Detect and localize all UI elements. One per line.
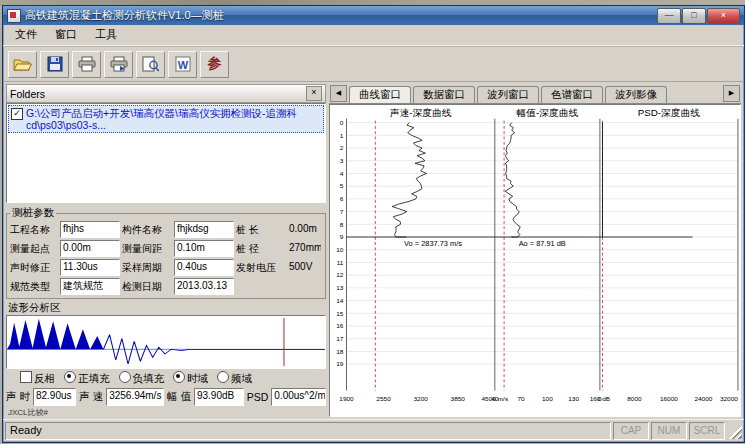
amplitude-field[interactable]: 93.90dB (194, 388, 244, 406)
sound-time-field[interactable]: 82.90us (33, 388, 76, 406)
invert-label: 反相 (34, 372, 55, 384)
test-date-field[interactable]: 2013.03.13 (174, 278, 234, 295)
waveform-tail (103, 335, 325, 364)
depth-tick-label: 16 (336, 322, 344, 329)
main-area: Folders × ✓ G:\公司产品启动+开发\瑞高仪器\瑞高仪实拥检测设-追… (3, 82, 744, 419)
parameter-button[interactable]: 参 (200, 51, 229, 78)
wave-section-title: 波形分析区 (6, 299, 326, 315)
print-button[interactable] (72, 51, 101, 78)
checkbox-icon[interactable] (20, 371, 32, 383)
sample-period-field[interactable]: 0.40us (174, 259, 234, 276)
export-word-button[interactable]: W (168, 51, 197, 78)
menu-tools[interactable]: 工具 (86, 25, 126, 45)
tabs-scroll-right-icon[interactable]: ▶ (723, 85, 740, 102)
depth-tick-label: 9 (340, 233, 344, 240)
tabbar: ◀ 曲线窗口 数据窗口 波列窗口 色谱窗口 波列影像 ▶ (329, 84, 741, 104)
save-button[interactable] (40, 51, 69, 78)
pile-diameter-value: 270mm (286, 240, 322, 257)
app-icon (7, 9, 21, 23)
status-scrl-indicator: SCRL (689, 422, 725, 440)
time-correction-field[interactable]: 11.30us (60, 259, 120, 276)
depth-tick-label: 7 (340, 208, 344, 215)
spec-type-field[interactable]: 建筑规范 (60, 278, 120, 295)
print-preview-button[interactable] (136, 51, 165, 78)
pile-params-group: 测桩参数 工程名称 fhjhs 构件名称 fhjkdsg 桩 长 0.00m 测… (6, 206, 326, 299)
freq-domain-radio[interactable]: 频域 (217, 371, 252, 386)
file-checkbox-checked-icon[interactable]: ✓ (11, 108, 23, 120)
depth-tick-label: 2 (340, 144, 344, 151)
waveform-panel[interactable] (6, 315, 326, 369)
preview-magnifier-icon (142, 56, 160, 72)
menubar: 文件 窗口 工具 (3, 25, 744, 46)
x-axis-tick: 1900 (339, 395, 354, 402)
param-label: 测量起点 (10, 242, 58, 256)
tab-data-window[interactable]: 数据窗口 (413, 86, 475, 103)
depth-curves-panel[interactable]: 声速-深度曲线幅值-深度曲线PSD-深度曲线012345678910111213… (329, 104, 741, 417)
chart-title: 声速-深度曲线 (390, 107, 452, 118)
file-list-item[interactable]: ✓ G:\公司产品启动+开发\瑞高仪器\瑞高仪实拥检测设-追溯科cd\ps03\… (8, 105, 324, 133)
measure-start-field[interactable]: 0.00m (60, 240, 120, 257)
x-axis-tick: 32000 (720, 395, 739, 402)
status-ready-text: Ready (5, 422, 611, 440)
positive-fill-radio[interactable]: 正填充 (64, 371, 110, 386)
amplitude-annotation: Ao = 87.91 dB (519, 239, 566, 248)
freq-domain-label: 频域 (231, 372, 252, 384)
depth-tick-label: 12 (336, 272, 344, 279)
time-domain-label: 时域 (187, 372, 208, 384)
param-label: 工程名称 (10, 223, 58, 237)
chart-title: 幅值-深度曲线 (516, 107, 578, 118)
folders-close-button[interactable]: × (306, 86, 322, 101)
footnote-text: JXCL比较# (6, 407, 326, 417)
tab-wave-window[interactable]: 波列窗口 (477, 86, 539, 103)
right-panel: ◀ 曲线窗口 数据窗口 波列窗口 色谱窗口 波列影像 ▶ 声速-深度曲线幅值-深… (329, 84, 741, 417)
depth-tick-label: 3 (340, 157, 344, 164)
invert-checkbox[interactable]: 反相 (20, 371, 55, 386)
minimize-button[interactable]: — (657, 8, 681, 24)
project-name-field[interactable]: fhjhs (60, 221, 120, 238)
sound-speed-field[interactable]: 3256.94m/s (106, 388, 164, 406)
radio-off-icon[interactable] (217, 371, 229, 383)
param-label: 声时修正 (10, 261, 58, 275)
sound-time-label: 声 时 (6, 390, 30, 404)
positive-fill-label: 正填充 (78, 372, 110, 384)
amplitude-depth-curve (505, 123, 520, 237)
radio-on-icon[interactable] (64, 371, 76, 383)
tab-curve-window[interactable]: 曲线窗口 (349, 86, 411, 103)
file-list[interactable]: ✓ G:\公司产品启动+开发\瑞高仪器\瑞高仪实拥检测设-追溯科cd\ps03\… (6, 103, 326, 203)
radio-on-icon[interactable] (173, 371, 185, 383)
x-axis-tick: 3200 (413, 395, 428, 402)
measurements-row: 声 时 82.90us 声 速 3256.94m/s 幅 值 93.90dB P… (6, 387, 326, 407)
depth-tick-label: 13 (336, 284, 344, 291)
time-domain-radio[interactable]: 时域 (173, 371, 208, 386)
negative-fill-radio[interactable]: 负填充 (119, 371, 165, 386)
depth-tick-label: 11 (337, 259, 344, 266)
window-controls: — □ × (657, 8, 740, 24)
depth-tick-label: 4 (340, 170, 344, 177)
x-axis-tick: 100 (542, 395, 553, 402)
tab-wave-image[interactable]: 波列影像 (605, 86, 667, 103)
depth-tick-label: 17 (336, 335, 344, 342)
measure-interval-field[interactable]: 0.10m (174, 240, 234, 257)
param-label: 采样周期 (122, 261, 172, 275)
radio-off-icon[interactable] (119, 371, 131, 383)
depth-tick-label: 5 (340, 183, 344, 190)
tabs-scroll-left-icon[interactable]: ◀ (330, 85, 347, 102)
component-name-field[interactable]: fhjkdsg (174, 221, 234, 238)
maximize-button[interactable]: □ (682, 8, 706, 24)
menu-window[interactable]: 窗口 (46, 25, 86, 45)
menu-file[interactable]: 文件 (6, 25, 46, 45)
print-setup-button[interactable] (104, 51, 133, 78)
depth-tick-label: 14 (336, 297, 344, 304)
depth-tick-label: 10 (336, 246, 344, 253)
waveform-chart (7, 316, 325, 368)
tab-spectrum-window[interactable]: 色谱窗口 (541, 86, 603, 103)
param-label: 测量间距 (122, 242, 172, 256)
titlebar[interactable]: 高铁建筑混凝土检测分析软件V1.0—测桩 — □ × (3, 6, 744, 25)
close-button[interactable]: × (707, 8, 740, 24)
x-axis-tick: 16000 (660, 395, 679, 402)
depth-tick-label: 15 (336, 310, 344, 317)
open-file-button[interactable] (8, 51, 37, 78)
resize-grip[interactable] (727, 423, 742, 439)
psd-field[interactable]: 0.00us^2/m (271, 388, 326, 406)
pile-params-title: 测桩参数 (10, 206, 56, 220)
